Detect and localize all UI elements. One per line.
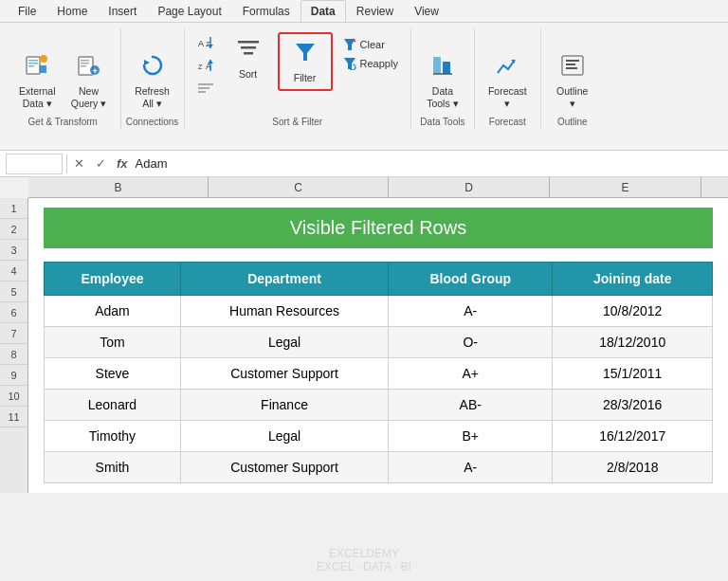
reapply-label: Reapply <box>360 58 398 69</box>
table-row: TimothyLegalB+16/12/2017 <box>45 421 713 452</box>
cancel-icon[interactable]: ✕ <box>71 155 87 172</box>
col-header-blood-group: Blood Group <box>389 263 553 296</box>
data-table: Employee Department Blood Group Joining … <box>44 262 713 483</box>
reapply-button[interactable]: Reapply <box>338 55 403 72</box>
col-header-b[interactable]: B <box>28 177 209 197</box>
svg-marker-4 <box>40 65 46 73</box>
tab-formulas[interactable]: Formulas <box>232 0 300 22</box>
row-num-3: 3 <box>0 240 27 261</box>
refresh-all-icon <box>139 52 166 83</box>
sort-custom-button[interactable] <box>192 78 219 99</box>
cell-blood_group: A- <box>389 452 553 483</box>
tab-view[interactable]: View <box>404 0 449 22</box>
col-header-employee: Employee <box>45 263 181 296</box>
cell-blood_group: AB- <box>389 390 553 421</box>
clear-button[interactable]: Clear <box>338 36 403 53</box>
outline-icon <box>559 52 586 83</box>
cell-employee: Smith <box>45 452 181 483</box>
cell-joining_date: 15/1/2011 <box>553 358 713 390</box>
connections-buttons: RefreshAll ▾ <box>129 28 176 129</box>
fx-label: fx <box>113 156 132 171</box>
cell-joining_date: 16/12/2017 <box>553 421 713 452</box>
formula-input[interactable] <box>136 156 722 171</box>
row-headers: 1 2 3 4 5 6 7 8 9 10 11 <box>0 198 28 493</box>
svg-rect-36 <box>566 60 579 62</box>
group-connections: RefreshAll ▾ Connections <box>121 28 185 129</box>
sheet-title: Visible Filtered Rows <box>44 208 713 248</box>
col-header-c[interactable]: C <box>209 177 389 197</box>
tab-data[interactable]: Data <box>300 0 346 22</box>
data-tools-icon <box>429 52 456 83</box>
svg-rect-23 <box>198 91 206 93</box>
row-num-5: 5 <box>0 281 27 302</box>
outline-label: Outline▾ <box>556 85 588 109</box>
group-get-transform: ExternalData ▾ + NewQuery ▾ Get & Transf… <box>6 28 121 129</box>
row-num-6: 6 <box>0 302 27 323</box>
table-row: LeonardFinanceAB-28/3/2016 <box>45 390 713 421</box>
forecast-button[interactable]: Forecast▾ <box>482 49 533 112</box>
cell-joining_date: 10/8/2012 <box>553 296 713 327</box>
svg-rect-9 <box>81 65 86 67</box>
cell-employee: Steve <box>45 358 181 390</box>
watermark-line1: EXCELDEMY <box>317 547 411 560</box>
col-header-e[interactable]: E <box>550 177 701 197</box>
sort-filter-inner: AZ ZA Sort <box>192 28 403 129</box>
group-data-tools: DataTools ▾ Data Tools <box>411 28 475 129</box>
row-num-10: 10 <box>0 386 27 407</box>
svg-rect-32 <box>443 62 450 74</box>
table-header-row: Employee Department Blood Group Joining … <box>45 263 713 296</box>
cell-department: Customer Support <box>180 358 388 390</box>
cell-employee: Adam <box>45 296 181 327</box>
forecast-icon <box>494 52 520 83</box>
row-num-7: 7 <box>0 323 27 344</box>
external-data-button[interactable]: ExternalData ▾ <box>13 49 62 112</box>
col-header-department: Department <box>180 263 388 296</box>
group-sort-filter: AZ ZA Sort <box>185 28 411 129</box>
refresh-all-button[interactable]: RefreshAll ▾ <box>129 49 176 112</box>
spreadsheet-area: 1 2 3 4 5 6 7 8 9 10 11 Visible Filtered… <box>0 198 728 493</box>
forecast-label: Forecast▾ <box>488 85 527 109</box>
new-query-button[interactable]: + NewQuery ▾ <box>65 49 113 112</box>
outline-button[interactable]: Outline▾ <box>549 49 596 112</box>
new-query-label: NewQuery ▾ <box>71 85 107 109</box>
cell-blood_group: A- <box>389 296 553 327</box>
filter-label: Filter <box>294 72 316 84</box>
svg-text:+: + <box>92 66 97 76</box>
table-row: SmithCustomer SupportA-2/8/2018 <box>45 452 713 483</box>
table-row: AdamHuman ResourcesA-10/8/2012 <box>45 296 713 327</box>
formula-icons: ✕ ✓ <box>71 155 109 172</box>
svg-text:Z: Z <box>198 64 203 70</box>
external-data-label: ExternalData ▾ <box>19 85 56 109</box>
tab-file[interactable]: File <box>8 0 46 22</box>
formula-divider <box>66 154 67 173</box>
col-header-d[interactable]: D <box>389 177 550 197</box>
filter-button[interactable]: Filter <box>282 36 329 87</box>
svg-rect-1 <box>28 60 38 62</box>
group-forecast: Forecast▾ Forecast <box>475 28 541 129</box>
confirm-icon[interactable]: ✓ <box>93 155 109 172</box>
svg-rect-25 <box>241 46 256 49</box>
sort-label: Sort <box>239 68 257 81</box>
svg-rect-24 <box>238 41 259 44</box>
cell-joining_date: 18/12/2010 <box>553 327 713 358</box>
ribbon-group-container: ExternalData ▾ + NewQuery ▾ Get & Transf… <box>0 27 728 131</box>
forecast-buttons: Forecast▾ <box>482 28 533 129</box>
cell-department: Customer Support <box>180 452 388 483</box>
sort-za-button[interactable]: ZA <box>192 55 219 76</box>
cell-blood_group: B+ <box>389 421 553 452</box>
name-box[interactable] <box>6 154 63 174</box>
formula-bar: ✕ ✓ fx <box>0 151 728 177</box>
svg-text:A: A <box>198 39 204 48</box>
tab-page-layout[interactable]: Page Layout <box>147 0 231 22</box>
cell-joining_date: 28/3/2016 <box>553 390 713 421</box>
svg-rect-8 <box>81 63 89 64</box>
table-row: SteveCustomer SupportA+15/1/2011 <box>45 358 713 390</box>
tab-home[interactable]: Home <box>46 0 98 22</box>
row-num-8: 8 <box>0 344 27 365</box>
get-transform-buttons: ExternalData ▾ + NewQuery ▾ <box>13 28 113 129</box>
sort-az-button[interactable]: AZ <box>192 32 219 53</box>
tab-review[interactable]: Review <box>346 0 404 22</box>
data-tools-button[interactable]: DataTools ▾ <box>419 49 466 112</box>
sort-button[interactable]: Sort <box>225 32 272 83</box>
tab-insert[interactable]: Insert <box>98 0 147 22</box>
